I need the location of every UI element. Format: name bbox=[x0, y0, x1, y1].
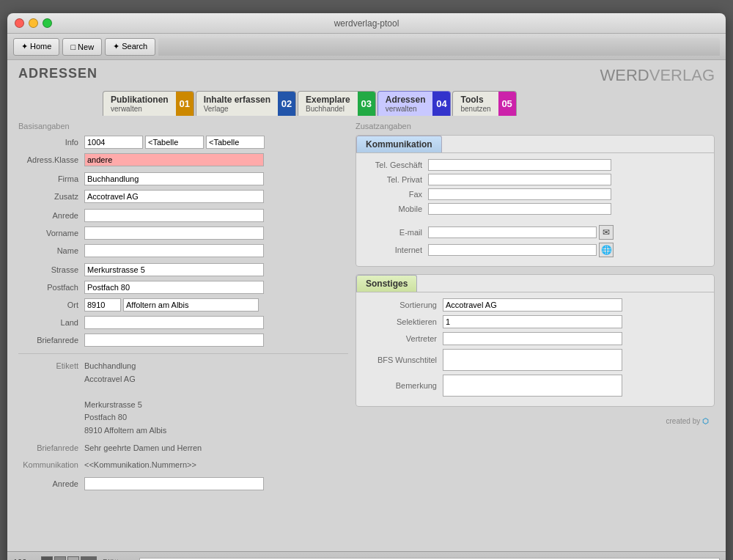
info-table1-input[interactable] bbox=[145, 136, 204, 149]
etikett-section: Etikett Buchhandlung Accotravel AG Merku… bbox=[18, 353, 348, 491]
tab-publikationen[interactable]: Publikationen verwalten 01 bbox=[103, 91, 194, 116]
vorname-row: Vorname bbox=[18, 226, 348, 240]
kommunikation-display-label: Kommunikation bbox=[18, 459, 84, 472]
minimize-button[interactable] bbox=[29, 18, 38, 28]
land-label: Land bbox=[18, 318, 84, 327]
tab-inhalte-num: 02 bbox=[278, 92, 295, 116]
sortierung-row: Sortierung bbox=[362, 298, 708, 312]
info-row: Info bbox=[18, 135, 348, 150]
email-row: E-mail ✉ bbox=[362, 225, 708, 240]
bemerkung-input[interactable] bbox=[443, 375, 622, 397]
briefanrede-row: Briefanrede bbox=[18, 333, 348, 347]
window-title: werdverlag-ptool bbox=[334, 18, 399, 29]
maximize-button[interactable] bbox=[43, 18, 52, 28]
mobile-label: Mobile bbox=[362, 205, 428, 213]
briefanrede-label: Briefanrede bbox=[18, 336, 84, 345]
tel-geschaeft-input[interactable] bbox=[428, 159, 611, 171]
tab-exemplare[interactable]: Exemplare Buchhandel 03 bbox=[298, 91, 376, 116]
form-area: Basisangaben Info Adress.Klasse bbox=[7, 116, 726, 500]
email-icon[interactable]: ✉ bbox=[599, 225, 614, 240]
sonstiges-card-body: Sortierung Selektieren Vertreter BF bbox=[356, 292, 714, 406]
bfs-label: BFS Wunschtitel bbox=[362, 355, 443, 364]
tab-inhalte[interactable]: Inhalte erfassen Verlage 02 bbox=[196, 91, 296, 116]
left-panel: Basisangaben Info Adress.Klasse bbox=[18, 122, 348, 494]
internet-input[interactable] bbox=[428, 244, 597, 256]
adressklasse-input[interactable] bbox=[84, 153, 264, 166]
vorname-input[interactable] bbox=[84, 226, 264, 240]
tab-tools-main: Tools bbox=[460, 95, 490, 105]
name-label: Name bbox=[18, 246, 84, 255]
tab-exemplare-num: 03 bbox=[358, 92, 375, 116]
selektieren-row: Selektieren bbox=[362, 315, 708, 328]
status-icons bbox=[41, 556, 97, 561]
vertreter-label: Vertreter bbox=[362, 334, 443, 343]
close-button[interactable] bbox=[15, 18, 24, 28]
anrede-input[interactable] bbox=[84, 209, 264, 222]
tab-tools[interactable]: Tools benutzen 05 bbox=[452, 91, 516, 116]
window-controls bbox=[15, 18, 52, 28]
etikett-anrede-row: Anrede bbox=[18, 476, 348, 491]
ort-row: Ort bbox=[18, 298, 348, 312]
land-input[interactable] bbox=[84, 316, 264, 329]
page-title: ADRESSEN bbox=[18, 66, 97, 81]
kommunikation-card: Kommunikation Tel. Geschäft Tel. Privat … bbox=[356, 135, 715, 267]
logo-part2: VERLAG bbox=[649, 66, 715, 84]
toolbar: ✦ Home □ New ✦ Search bbox=[7, 34, 726, 60]
strasse-input[interactable] bbox=[84, 263, 264, 276]
name-input[interactable] bbox=[84, 244, 264, 257]
email-input[interactable] bbox=[428, 226, 597, 238]
etikett-content: Buchhandlung Accotravel AG Merkurstrasse… bbox=[84, 360, 166, 438]
bfs-row: BFS Wunschtitel bbox=[362, 349, 708, 371]
selektieren-input[interactable] bbox=[443, 315, 622, 328]
etikett-label: Etikett bbox=[18, 360, 84, 438]
bfs-input[interactable] bbox=[443, 349, 622, 371]
anrede-label: Anrede bbox=[18, 211, 84, 220]
ort-input[interactable] bbox=[123, 298, 259, 312]
kommunikation-card-header[interactable]: Kommunikation bbox=[356, 136, 442, 152]
created-by-logo: ⬡ bbox=[702, 417, 709, 425]
mobile-row: Mobile bbox=[362, 203, 708, 215]
search-button[interactable]: ✦ Search bbox=[105, 38, 155, 56]
ort-label: Ort bbox=[18, 301, 84, 309]
new-button[interactable]: □ New bbox=[62, 38, 102, 56]
zusatz-label: Zusatz bbox=[18, 192, 84, 201]
bemerkung-label: Bemerkung bbox=[362, 381, 443, 390]
briefanrede-input[interactable] bbox=[84, 334, 264, 347]
plz-input[interactable] bbox=[84, 298, 121, 312]
tab-pub-main: Publikationen bbox=[111, 95, 169, 105]
internet-label: Internet bbox=[362, 246, 428, 254]
zusatz-input[interactable] bbox=[84, 190, 264, 203]
tab-exemplare-main: Exemplare bbox=[306, 95, 350, 105]
mobile-input[interactable] bbox=[428, 203, 611, 215]
tab-adressen[interactable]: Adressen verwalten 04 bbox=[377, 91, 452, 116]
blaettern-label: Blättern bbox=[103, 558, 130, 561]
home-button[interactable]: ✦ Home bbox=[13, 38, 59, 56]
internet-row: Internet 🌐 bbox=[362, 243, 708, 257]
name-row: Name bbox=[18, 243, 348, 258]
etikett-row: Etikett Buchhandlung Accotravel AG Merku… bbox=[18, 360, 348, 438]
info-table2-input[interactable] bbox=[206, 136, 265, 149]
tab-tools-num: 05 bbox=[498, 92, 516, 116]
sortierung-input[interactable] bbox=[443, 298, 622, 312]
fax-input[interactable] bbox=[428, 188, 611, 200]
tab-inhalte-sub: Verlage bbox=[204, 105, 270, 113]
internet-icon[interactable]: 🌐 bbox=[599, 243, 614, 257]
tab-adressen-sub: verwalten bbox=[386, 105, 426, 113]
sonstiges-card-header[interactable]: Sonstiges bbox=[356, 275, 417, 292]
tab-exemplare-sub: Buchhandel bbox=[306, 105, 350, 113]
titlebar: werdverlag-ptool bbox=[7, 13, 726, 34]
status-icon-3 bbox=[67, 556, 79, 561]
firma-input[interactable] bbox=[84, 172, 264, 185]
etikett-anrede-input[interactable] bbox=[84, 477, 264, 490]
anrede-row: Anrede bbox=[18, 208, 348, 223]
main-window: werdverlag-ptool ✦ Home □ New ✦ Search A… bbox=[7, 13, 726, 560]
kommunikation-display-row: Kommunikation <<Kommunikation.Nummern>> bbox=[18, 459, 348, 472]
vertreter-input[interactable] bbox=[443, 332, 622, 345]
basisangaben-title: Basisangaben bbox=[18, 122, 348, 130]
sonstiges-card: Sonstiges Sortierung Selektieren Vertret… bbox=[356, 274, 715, 407]
bemerkung-row: Bemerkung bbox=[362, 375, 708, 397]
tel-privat-input[interactable] bbox=[428, 174, 611, 185]
info-input[interactable] bbox=[84, 136, 143, 149]
postfach-input[interactable] bbox=[84, 281, 264, 294]
fax-row: Fax bbox=[362, 188, 708, 200]
